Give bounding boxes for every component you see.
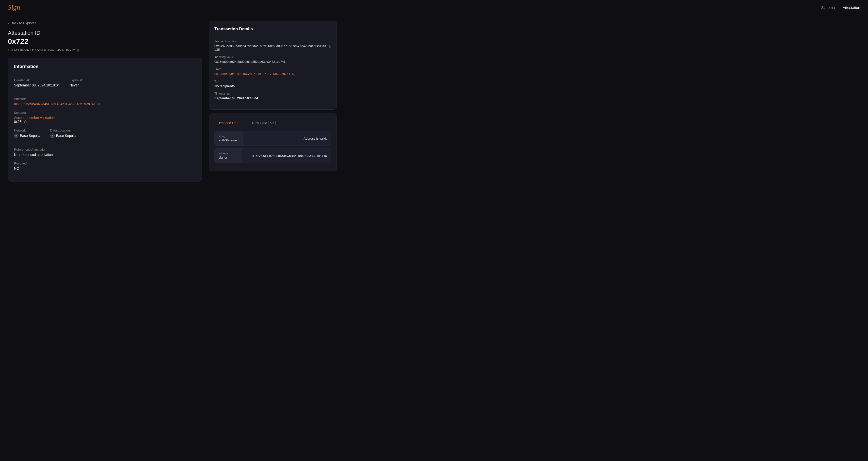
data-type-1: address [219,152,238,155]
decoded-card: Decoded Data T Raw Data </> string authS… [209,114,337,171]
back-arrow-icon: ‹ [8,21,9,25]
ref-attestation-row: Referenced Attestation: No referenced at… [14,148,196,157]
data-location-dot-icon [50,133,55,138]
network-row: Network: Base Sepolia [14,128,40,138]
revoked-value: NO [14,166,196,171]
nav-attestation[interactable]: Attestation [843,5,860,9]
expire-label: Expire at: [69,78,83,82]
attester-value[interactable]: 0x298f9539e484D345CAd143461E4aA3136292a7… [14,102,96,106]
indexing-label: Indexing Value: [214,55,331,59]
data-field-name-0: authStatement [219,139,240,142]
created-value: September 08, 2024 18:18:04 [14,83,60,87]
network-label: Network: [14,128,40,132]
schema-name[interactable]: Account number validation [14,116,196,120]
tab-decoded[interactable]: Decoded Data T [214,119,248,127]
transaction-title: Transaction Details [214,27,331,35]
data-value-cell-0: Address is valid. [244,131,331,146]
from-value[interactable]: 0x298f9539e484D345CAd143461E4aA3136292a7… [214,72,290,75]
indexing-value: 0x15ea00ef924f8ad0efcbb852da63cc34321ca7… [214,60,331,64]
back-label: Back to Explorer [10,21,36,25]
decoded-row-1: address signer 0x15eA00EF924F8aD0efCbB85… [214,148,331,163]
attester-row: Attester: 0x298f9539e484D345CAd143461E4a… [14,97,196,106]
data-type-cell-1: address signer [215,149,242,163]
timestamp-label: Timestamp: [214,92,331,95]
data-value-1: 0x15eA00EF924F8aD0efCbB852da63Cc34321ca7… [251,154,327,158]
attestation-title: Attestation ID [8,30,202,36]
transaction-card: Transaction Details Transaction Hash: 0x… [209,21,337,110]
logo: Sign [8,3,20,11]
back-link[interactable]: ‹ Back to Explorer [8,21,202,25]
ref-attestation-label: Referenced Attestation: [14,148,196,151]
data-location-row: Data Location: Base Sepolia [50,128,76,138]
network-value: Base Sepolia [20,134,40,137]
revoked-row: Revoked: NO [14,161,196,171]
schema-row: Schema: Account number validation 0x28f … [14,111,196,124]
data-value-0: Address is valid. [304,137,327,141]
header: Sign Schema Attestation [0,0,868,15]
data-type-cell-0: string authStatement [215,131,244,146]
tab-decoded-icon: T [241,121,245,125]
data-location-badge: Base Sepolia [50,133,76,138]
data-location-value: Base Sepolia [56,134,76,137]
expire-value: Never [69,83,83,87]
copy-from-icon[interactable]: ⎙ [292,72,294,76]
nav: Schema Attestation [821,5,860,9]
tx-hash-value: 0xc9e63d3d89e38ed47dd3d4a397d51de59a895e… [214,44,327,52]
nav-schema[interactable]: Schema [821,5,835,9]
data-value-cell-1: 0x15eA00EF924F8aD0efCbB852da63Cc34321ca7… [242,149,331,163]
schema-label: Schema: [14,111,196,115]
network-dot-icon [14,133,19,138]
full-attestation-id: Full Attestation ID: onchain_evm_84532_0… [8,48,75,52]
tab-raw-icon: </> [269,121,275,125]
decoded-row-0: string authStatement Address is valid. [214,131,331,146]
tab-decoded-label: Decoded Data [217,121,240,125]
tx-hash-label: Transaction Hash: [214,40,331,43]
network-badge: Base Sepolia [14,133,40,138]
ref-attestation-value: No referenced attestation [14,153,196,157]
timestamp-row: Timestamp: September 08, 2024 18:18:04 [214,92,331,100]
expire-at: Expire at: Never [69,78,83,87]
attestation-short-id: 0x722 [8,37,202,45]
schema-id: 0x28f [14,120,22,124]
information-title: Information [14,64,196,73]
timestamp-value: September 08, 2024 18:18:04 [214,96,331,100]
copy-attester-icon[interactable]: ⎙ [98,102,100,106]
data-location-label: Data Location: [50,128,76,132]
data-field-name-1: signer [219,156,238,159]
copy-schema-icon[interactable]: ⎙ [24,120,26,124]
decoded-tabs: Decoded Data T Raw Data </> [214,119,331,127]
from-row: From: 0x298f9539e484D345CAd143461E4aA313… [214,67,331,76]
copy-tx-hash-icon[interactable]: ⎙ [329,44,331,48]
to-value: No recipients [214,84,331,88]
copy-full-id-icon[interactable]: ⎙ [77,48,79,52]
to-row: To: No recipients [214,80,331,88]
data-type-0: string [219,135,240,137]
tx-hash-row: Transaction Hash: 0xc9e63d3d89e38ed47dd3… [214,40,331,52]
created-at: Created at: September 08, 2024 18:18:04 [14,78,60,87]
to-label: To: [214,80,331,83]
created-label: Created at: [14,78,60,82]
created-expire-row: Created at: September 08, 2024 18:18:04 … [14,78,196,92]
indexing-row: Indexing Value: 0x15ea00ef924f8ad0efcbb8… [214,55,331,64]
from-label: From: [214,67,331,71]
attester-label: Attester: [14,97,196,101]
network-location-row: Network: Base Sepolia Data Location: Bas… [14,128,196,143]
tab-raw[interactable]: Raw Data </> [249,119,278,127]
information-card: Information Created at: September 08, 20… [8,58,202,182]
revoked-label: Revoked: [14,161,196,165]
tab-raw-label: Raw Data [252,121,267,125]
